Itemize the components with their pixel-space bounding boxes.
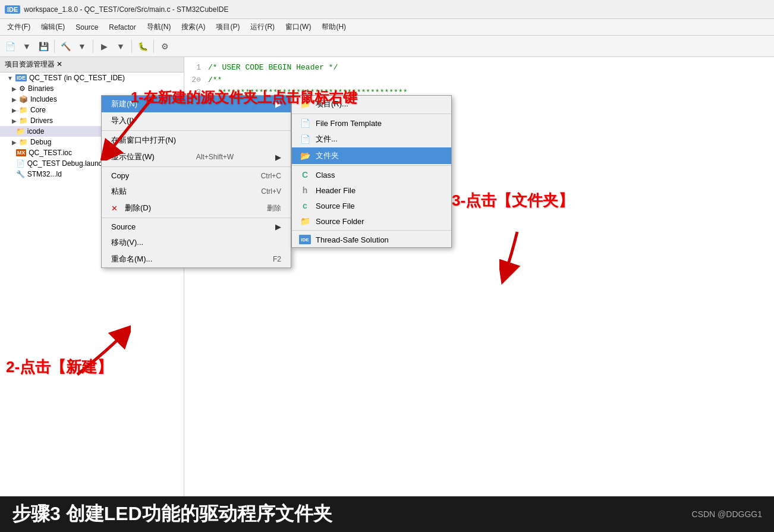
ctx-source-arrow: ▶ <box>275 222 281 231</box>
menu-navigate[interactable]: 导航(N) <box>142 20 176 34</box>
ctx-source-label: Source <box>111 222 136 231</box>
ctx-paste-label: 粘贴 <box>111 186 127 197</box>
tree-arrow-launch <box>12 160 14 167</box>
source-folder-icon: 📁 <box>299 216 311 226</box>
panel-title: 项目资源管理器 ✕ <box>5 59 62 70</box>
tree-binaries[interactable]: ▶ ⚙ Binaries <box>0 83 184 94</box>
menu-window[interactable]: 窗口(W) <box>281 20 316 34</box>
core-folder-icon: 📁 <box>19 106 28 114</box>
binaries-icon: ⚙ <box>19 84 26 93</box>
line-num-2: 2⊖ <box>189 74 201 87</box>
ctx-right-file-template[interactable]: 📄 File From Template <box>292 115 451 131</box>
debug-folder-icon: 📁 <box>19 138 28 146</box>
ctx-right-file[interactable]: 📄 文件... <box>292 131 451 147</box>
ctx-show-location-label: 显示位置(W) <box>111 152 155 162</box>
ctx-right-source-folder-label: Source Folder <box>316 217 364 226</box>
code-line-1: 1 /* USER CODE BEGIN Header */ <box>189 62 769 74</box>
menu-project[interactable]: 项目(P) <box>211 20 244 34</box>
menu-help[interactable]: 帮助(H) <box>317 20 351 34</box>
menu-bar: 文件(F) 编辑(E) Source Refactor 导航(N) 搜索(A) … <box>0 19 774 36</box>
toolbar-settings[interactable]: ⚙ <box>157 39 172 54</box>
tree-root[interactable]: ▼ IDE QC_TEST (in QC_TEST_IDE) <box>0 73 184 83</box>
stm-icon: 🔧 <box>16 170 25 178</box>
title-bar: IDE workspace_1.8.0 - QC_TEST/Core/Src/m… <box>0 0 774 19</box>
toolbar: 📄 ▼ 💾 🔨 ▼ ▶ ▼ 🐛 ⚙ <box>0 36 774 57</box>
ctx-right-class-label: Class <box>316 171 335 180</box>
ctx-right-sep2 <box>292 165 451 166</box>
ctx-new[interactable]: 新建(N) ▶ <box>102 96 291 112</box>
ctx-source[interactable]: Source ▶ <box>102 219 291 234</box>
tree-arrow-stm <box>12 171 14 178</box>
tree-label-stm: STM32...ld <box>27 170 62 178</box>
tree-label-debug: Debug <box>30 138 51 146</box>
toolbar-save[interactable]: 💾 <box>36 39 51 54</box>
ctx-copy-shortcut: Ctrl+C <box>261 172 281 180</box>
tree-arrow-binaries: ▶ <box>12 86 17 92</box>
ctx-new-label: 新建(N) <box>111 99 137 109</box>
project-icon: 📁 <box>299 99 311 109</box>
source-file-icon: c <box>299 201 311 210</box>
ctx-new-arrow: ▶ <box>275 100 281 109</box>
ctx-open-new-win-label: 在新窗口中打开(N) <box>111 135 176 146</box>
tree-label-binaries: Binaries <box>28 84 54 93</box>
tree-arrow-ioc <box>12 150 14 156</box>
file-template-icon: 📄 <box>299 118 311 128</box>
ctx-import-label: 导入(I) <box>111 115 134 126</box>
ctx-paste-shortcut: Ctrl+V <box>261 187 281 196</box>
menu-refactor[interactable]: Refactor <box>104 21 140 33</box>
ctx-rename[interactable]: 重命名(M)... F2 <box>102 251 291 267</box>
ctx-right-source-file[interactable]: c Source File <box>292 198 451 213</box>
tree-label-core: Core <box>30 106 46 114</box>
toolbar-new[interactable]: 📄 <box>2 39 18 54</box>
tree-label-launch: QC_TEST Debug.launch <box>27 159 106 168</box>
ctx-open-new-win[interactable]: 在新窗口中打开(N) <box>102 132 291 149</box>
tree-label-ioc: QC_TEST.ioc <box>29 149 72 157</box>
ctx-move[interactable]: 移动(V)... <box>102 234 291 251</box>
tree-label-root: QC_TEST (in QC_TEST_IDE) <box>29 74 125 82</box>
toolbar-sep2 <box>93 40 93 53</box>
ctx-delete-shortcut: 删除 <box>267 203 281 213</box>
toolbar-dropdown1[interactable]: ▼ <box>19 39 34 54</box>
ctx-delete[interactable]: ✕ 删除(D) 删除 <box>102 200 291 216</box>
ctx-paste[interactable]: 粘贴 Ctrl+V <box>102 183 291 200</box>
context-menu-right: 📁 项目(R)... 📄 File From Template 📄 文件... … <box>291 95 452 248</box>
code-content-1: /* USER CODE BEGIN Header */ <box>208 62 338 74</box>
tree-arrow-debug: ▶ <box>12 139 17 146</box>
class-icon: C <box>299 170 311 180</box>
ctx-right-thread-safe[interactable]: IDE Thread-Safe Solution <box>292 232 451 247</box>
toolbar-sep4 <box>153 40 154 53</box>
ctx-right-folder[interactable]: 📂 文件夹 <box>292 147 451 164</box>
menu-edit[interactable]: 编辑(E) <box>36 20 70 34</box>
menu-run[interactable]: 运行(R) <box>246 20 279 34</box>
ctx-sep2 <box>102 166 291 167</box>
ctx-show-location[interactable]: 显示位置(W) Alt+Shift+W ▶ <box>102 149 291 165</box>
tree-arrow-core: ▶ <box>12 107 17 114</box>
toolbar-run[interactable]: ▶ <box>96 39 112 54</box>
launch-icon: 📄 <box>16 159 25 168</box>
bottom-text: 步骤3 创建LED功能的驱动程序文件夹 <box>12 501 332 527</box>
tree-label-icode: icode <box>27 127 45 136</box>
toolbar-dropdown2[interactable]: ▼ <box>74 39 90 54</box>
menu-search[interactable]: 搜索(A) <box>177 20 210 34</box>
ctx-right-file-template-label: File From Template <box>316 119 382 128</box>
toolbar-debug[interactable]: 🐛 <box>135 39 150 54</box>
menu-source[interactable]: Source <box>71 21 103 33</box>
file-icon: 📄 <box>299 134 311 144</box>
toolbar-sep1 <box>54 40 55 53</box>
ctx-import[interactable]: 导入(I) <box>102 112 291 129</box>
ctx-right-thread-safe-label: Thread-Safe Solution <box>316 235 389 244</box>
ctx-right-project[interactable]: 📁 项目(R)... <box>292 96 451 112</box>
tree-arrow-includes: ▶ <box>12 96 17 103</box>
toolbar-build[interactable]: 🔨 <box>58 39 73 54</box>
toolbar-dropdown3[interactable]: ▼ <box>113 39 128 54</box>
ctx-right-class[interactable]: C Class <box>292 167 451 182</box>
ide-icon: IDE <box>15 74 27 81</box>
tree-arrow-drivers: ▶ <box>12 118 17 124</box>
ctx-copy[interactable]: Copy Ctrl+C <box>102 168 291 183</box>
code-line-2: 2⊖ /** <box>189 74 769 87</box>
menu-file[interactable]: 文件(F) <box>2 20 35 34</box>
ctx-right-source-folder[interactable]: 📁 Source Folder <box>292 213 451 229</box>
ctx-right-header[interactable]: h Header File <box>292 182 451 198</box>
ctx-right-folder-label: 文件夹 <box>316 150 339 161</box>
ctx-show-location-arrow: ▶ <box>275 153 281 162</box>
